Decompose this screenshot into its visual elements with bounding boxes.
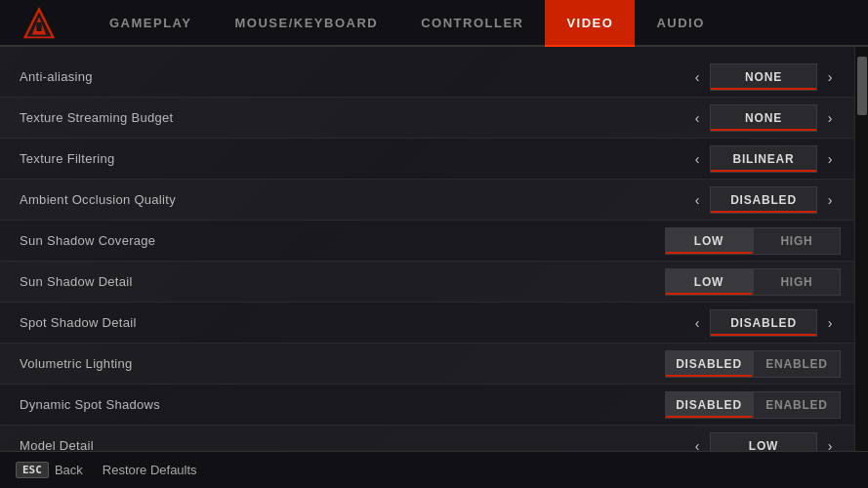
- top-nav: Gameplay Mouse/Keyboard Controller Video…: [0, 0, 868, 47]
- arrow-right-ambient_occlusion_quality[interactable]: ›: [819, 186, 841, 214]
- setting-control-sun_shadow_detail: LowHigh: [665, 268, 841, 296]
- value-box-texture_streaming_budget: None: [710, 104, 817, 132]
- setting-row-ambient_occlusion_quality: Ambient Occlusion Quality‹Disabled›: [0, 180, 854, 221]
- arrow-left-ambient_occlusion_quality[interactable]: ‹: [686, 186, 708, 214]
- arrow-right-texture_filtering[interactable]: ›: [819, 145, 841, 173]
- tab-mouse-keyboard[interactable]: Mouse/Keyboard: [213, 0, 399, 45]
- arrow-right-model_detail[interactable]: ›: [819, 432, 841, 452]
- tab-video[interactable]: Video: [545, 0, 635, 45]
- tab-controller[interactable]: Controller: [399, 0, 545, 45]
- setting-label-texture_filtering: Texture Filtering: [20, 151, 686, 166]
- setting-control-sun_shadow_coverage: LowHigh: [665, 227, 841, 255]
- arrow-right-spot_shadow_detail[interactable]: ›: [819, 309, 841, 337]
- setting-control-volumetric_lighting: DisabledEnabled: [665, 350, 841, 378]
- svg-rect-3: [36, 22, 41, 31]
- arrow-left-model_detail[interactable]: ‹: [686, 432, 708, 452]
- arrow-left-texture_filtering[interactable]: ‹: [686, 145, 708, 173]
- toggle-btn-dynamic_spot_shadows-disabled[interactable]: Disabled: [665, 391, 753, 419]
- setting-label-dynamic_spot_shadows: Dynamic Spot Shadows: [20, 397, 665, 412]
- back-action[interactable]: ESC Back: [16, 462, 83, 478]
- setting-control-anti_aliasing: ‹None›: [686, 63, 841, 91]
- arrow-right-anti_aliasing[interactable]: ›: [819, 63, 841, 91]
- toggle-group-sun_shadow_coverage: LowHigh: [665, 227, 841, 255]
- value-box-model_detail: Low: [710, 432, 817, 452]
- setting-control-dynamic_spot_shadows: DisabledEnabled: [665, 391, 841, 419]
- toggle-group-sun_shadow_detail: LowHigh: [665, 268, 841, 296]
- back-label: Back: [55, 463, 83, 477]
- setting-label-model_detail: Model Detail: [20, 438, 686, 451]
- setting-control-ambient_occlusion_quality: ‹Disabled›: [686, 186, 841, 214]
- setting-label-volumetric_lighting: Volumetric Lighting: [20, 356, 665, 371]
- setting-label-anti_aliasing: Anti-aliasing: [20, 69, 686, 84]
- esc-key-badge: ESC: [16, 462, 49, 478]
- toggle-btn-volumetric_lighting-disabled[interactable]: Disabled: [665, 350, 753, 378]
- arrow-left-spot_shadow_detail[interactable]: ‹: [686, 309, 708, 337]
- tab-audio[interactable]: Audio: [635, 0, 725, 45]
- setting-row-texture_streaming_budget: Texture Streaming Budget‹None›: [0, 98, 854, 139]
- value-box-texture_filtering: Bilinear: [710, 145, 817, 173]
- settings-list: Anti-aliasing‹None›Texture Streaming Bud…: [0, 57, 854, 451]
- setting-control-texture_streaming_budget: ‹None›: [686, 104, 841, 132]
- arrow-left-anti_aliasing[interactable]: ‹: [686, 63, 708, 91]
- setting-row-sun_shadow_coverage: Sun Shadow CoverageLowHigh: [0, 221, 854, 262]
- toggle-btn-sun_shadow_detail-low[interactable]: Low: [665, 268, 753, 296]
- toggle-group-volumetric_lighting: DisabledEnabled: [665, 350, 841, 378]
- toggle-btn-sun_shadow_coverage-high[interactable]: High: [753, 227, 841, 255]
- settings-panel: Anti-aliasing‹None›Texture Streaming Bud…: [0, 47, 854, 451]
- setting-control-spot_shadow_detail: ‹Disabled›: [686, 309, 841, 337]
- nav-tabs: Gameplay Mouse/Keyboard Controller Video…: [88, 0, 726, 45]
- setting-row-anti_aliasing: Anti-aliasing‹None›: [0, 57, 854, 98]
- tab-gameplay[interactable]: Gameplay: [88, 0, 213, 45]
- logo-area: [10, 5, 68, 40]
- setting-row-sun_shadow_detail: Sun Shadow DetailLowHigh: [0, 262, 854, 303]
- toggle-btn-dynamic_spot_shadows-enabled[interactable]: Enabled: [753, 391, 841, 419]
- bottom-bar: ESC Back Restore Defaults: [0, 451, 868, 488]
- value-box-ambient_occlusion_quality: Disabled: [710, 186, 817, 214]
- setting-row-spot_shadow_detail: Spot Shadow Detail‹Disabled›: [0, 303, 854, 344]
- setting-label-sun_shadow_coverage: Sun Shadow Coverage: [20, 233, 665, 248]
- toggle-btn-sun_shadow_coverage-low[interactable]: Low: [665, 227, 753, 255]
- setting-control-model_detail: ‹Low›: [686, 432, 841, 452]
- toggle-btn-volumetric_lighting-enabled[interactable]: Enabled: [753, 350, 841, 378]
- setting-label-texture_streaming_budget: Texture Streaming Budget: [20, 110, 686, 125]
- value-box-anti_aliasing: None: [710, 63, 817, 91]
- setting-row-dynamic_spot_shadows: Dynamic Spot ShadowsDisabledEnabled: [0, 385, 854, 426]
- restore-defaults-label: Restore Defaults: [103, 463, 197, 477]
- toggle-btn-sun_shadow_detail-high[interactable]: High: [753, 268, 841, 296]
- scrollbar-thumb[interactable]: [857, 57, 867, 115]
- value-box-spot_shadow_detail: Disabled: [710, 309, 817, 337]
- setting-control-texture_filtering: ‹Bilinear›: [686, 145, 841, 173]
- restore-defaults-action[interactable]: Restore Defaults: [103, 463, 197, 477]
- arrow-right-texture_streaming_budget[interactable]: ›: [819, 104, 841, 132]
- toggle-group-dynamic_spot_shadows: DisabledEnabled: [665, 391, 841, 419]
- main-content: Anti-aliasing‹None›Texture Streaming Bud…: [0, 47, 868, 451]
- setting-label-sun_shadow_detail: Sun Shadow Detail: [20, 274, 665, 289]
- scrollbar-panel[interactable]: [854, 47, 868, 451]
- setting-row-volumetric_lighting: Volumetric LightingDisabledEnabled: [0, 344, 854, 385]
- setting-label-spot_shadow_detail: Spot Shadow Detail: [20, 315, 686, 330]
- apex-logo: [21, 5, 57, 40]
- arrow-left-texture_streaming_budget[interactable]: ‹: [686, 104, 708, 132]
- setting-label-ambient_occlusion_quality: Ambient Occlusion Quality: [20, 192, 686, 207]
- setting-row-model_detail: Model Detail‹Low›: [0, 426, 854, 451]
- setting-row-texture_filtering: Texture Filtering‹Bilinear›: [0, 139, 854, 180]
